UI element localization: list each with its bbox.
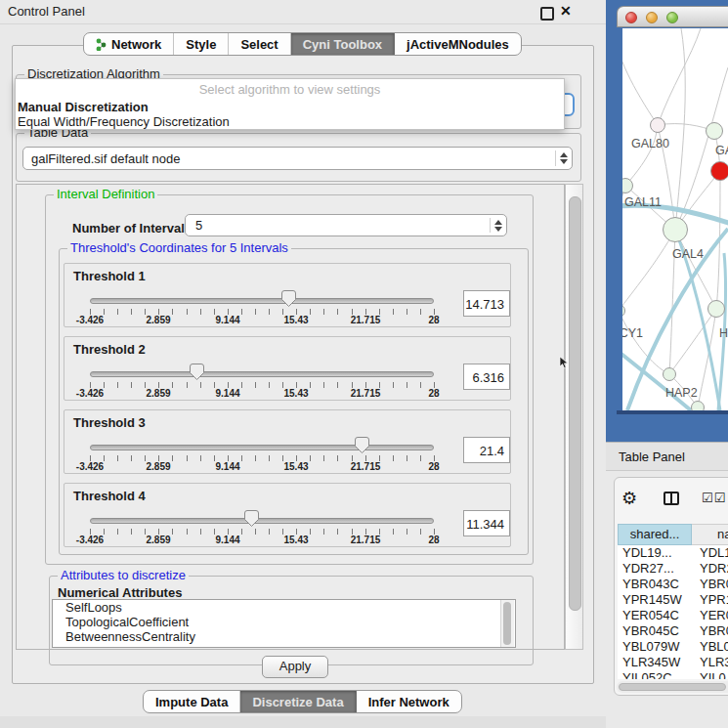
numerical-attributes-label: Numerical Attributes bbox=[58, 585, 182, 600]
control-panel-titlebar: Control Panel ✕ bbox=[0, 0, 606, 24]
threshold-2-value[interactable]: 6.316 bbox=[463, 364, 510, 390]
threshold-3-panel: Threshold 3 -3.4262.8599.14415.4321.7152… bbox=[64, 409, 511, 474]
mouse-cursor bbox=[559, 356, 569, 369]
table-row[interactable]: YDR27...YDR2 bbox=[618, 561, 728, 577]
tab-discretize-data[interactable]: Discretize Data bbox=[240, 691, 356, 712]
tab-cyni-toolbox[interactable]: Cyni Toolbox bbox=[291, 33, 395, 55]
algorithm-dropdown-popup: Select algorithm to view settings Manual… bbox=[15, 78, 565, 130]
network-view-canvas[interactable]: GAL80GAGAL11GAL4GCY1HHAP2 bbox=[622, 28, 728, 410]
tab-infer-network[interactable]: Infer Network bbox=[357, 691, 461, 712]
gear-icon[interactable]: ⚙ bbox=[621, 488, 637, 509]
settings-viewport: Interval Definition Number of Intervals … bbox=[16, 184, 565, 650]
apply-button[interactable]: Apply bbox=[262, 656, 328, 678]
threshold-2-panel: Threshold 2 -3.4262.8599.14415.4321.7152… bbox=[64, 336, 511, 401]
column-header-shared-name[interactable]: shared... bbox=[618, 524, 692, 545]
window-close-button[interactable] bbox=[625, 12, 637, 23]
list-item[interactable]: SelfLoops bbox=[53, 600, 515, 615]
table-row[interactable]: YDL19...YDL1 bbox=[618, 545, 728, 561]
network-icon bbox=[96, 38, 107, 51]
window-zoom-button[interactable] bbox=[666, 12, 678, 23]
list-item[interactable]: BetweennessCentrality bbox=[53, 629, 515, 644]
network-node-label: H bbox=[719, 326, 728, 340]
dropdown-option-equal-width[interactable]: Equal Width/Frequency Discretization bbox=[16, 114, 564, 129]
threshold-3-value[interactable]: 21.4 bbox=[463, 437, 510, 463]
close-icon[interactable]: ✕ bbox=[560, 3, 572, 19]
table-horizontal-scrollbar[interactable] bbox=[617, 681, 728, 693]
scrollbar-thumb[interactable] bbox=[619, 683, 726, 691]
window-minimize-button[interactable] bbox=[646, 12, 658, 23]
slider-thumb[interactable] bbox=[281, 290, 296, 307]
tab-style[interactable]: Style bbox=[174, 33, 229, 55]
slider-thumb[interactable] bbox=[355, 437, 369, 453]
table-body: YDL19...YDL1 YDR27...YDR2 YBR043CYBR0 YP… bbox=[618, 545, 728, 679]
slider-track[interactable] bbox=[90, 298, 434, 304]
network-node-label: GAL11 bbox=[624, 195, 662, 209]
panel-title: Control Panel bbox=[8, 4, 85, 19]
split-view-icon[interactable] bbox=[664, 492, 679, 505]
number-of-intervals-label: Number of Intervals bbox=[72, 221, 192, 236]
network-node-label: GAL4 bbox=[672, 247, 704, 261]
table-row[interactable]: YBR045CYBR0 bbox=[618, 623, 728, 639]
table-data-combo[interactable]: galFiltered.sif default node bbox=[22, 147, 573, 170]
tab-select[interactable]: Select bbox=[229, 33, 290, 55]
threshold-4-value[interactable]: 11.344 bbox=[463, 510, 510, 536]
table-row[interactable]: YLR345WYLR3 bbox=[618, 655, 728, 670]
scrollbar-thumb[interactable] bbox=[569, 196, 581, 611]
table-panel-titlebar[interactable]: Table Panel bbox=[606, 442, 728, 471]
network-node[interactable] bbox=[663, 367, 676, 381]
control-panel-tabbar: Network Style Select Cyni Toolbox jActiv… bbox=[83, 32, 522, 56]
network-node[interactable] bbox=[691, 401, 705, 410]
checkbox-icons[interactable]: ☑☑ bbox=[702, 491, 726, 505]
interval-definition-group: Interval Definition Number of Intervals … bbox=[45, 194, 534, 565]
tab-jactivemnodules[interactable]: jActiveMNodules bbox=[395, 33, 521, 55]
table-header: shared... na bbox=[618, 524, 728, 545]
threshold-4-panel: Threshold 4 -3.4262.8599.14415.4321.7152… bbox=[64, 483, 511, 547]
window-shadow bbox=[617, 410, 728, 414]
spinner-icon bbox=[490, 218, 506, 233]
slider-track[interactable] bbox=[90, 445, 434, 450]
table-row[interactable]: YBR043CYBR0 bbox=[618, 577, 728, 592]
cyni-mode-tabbar: Impute Data Discretize Data Infer Networ… bbox=[143, 690, 462, 713]
table-row[interactable]: YBL079WYBL0 bbox=[618, 639, 728, 655]
list-scrollbar[interactable] bbox=[500, 600, 514, 647]
group-title: Threshold's Coordinates for 5 Intervals bbox=[67, 241, 291, 255]
table-toolbar: ⚙ ☑☑ bbox=[615, 478, 728, 521]
thresholds-group: Threshold's Coordinates for 5 Intervals … bbox=[59, 248, 529, 555]
column-header-name[interactable]: na bbox=[692, 524, 728, 545]
numerical-attributes-list: SelfLoops TopologicalCoefficient Between… bbox=[52, 599, 516, 648]
slider-track[interactable] bbox=[90, 518, 434, 524]
table-panel-title: Table Panel bbox=[619, 450, 685, 464]
dropdown-option-manual[interactable]: Manual Discretization bbox=[16, 100, 564, 114]
number-of-intervals-combo[interactable]: 5 bbox=[185, 214, 507, 236]
tab-network[interactable]: Network bbox=[84, 33, 174, 55]
tab-impute-data[interactable]: Impute Data bbox=[144, 691, 240, 712]
group-title: Attributes to discretize bbox=[58, 569, 189, 582]
network-node-label: GCY1 bbox=[622, 326, 643, 340]
network-node-label: GAL80 bbox=[631, 137, 669, 150]
screenshot-root: Control Panel ✕ Network Style Select Cyn… bbox=[0, 0, 728, 728]
list-item[interactable]: TopologicalCoefficient bbox=[53, 615, 515, 629]
float-window-icon[interactable] bbox=[540, 7, 554, 21]
network-node-label: GA bbox=[715, 144, 728, 157]
network-node[interactable] bbox=[706, 122, 723, 140]
network-node-label: HAP2 bbox=[665, 386, 698, 400]
bottom-strip bbox=[0, 716, 606, 728]
table-row[interactable]: YPR145WYPR1 bbox=[618, 592, 728, 608]
network-node[interactable] bbox=[710, 161, 728, 181]
threshold-1-panel: Threshold 1 -3.4262.8599.14415.4321.7152… bbox=[64, 263, 511, 327]
threshold-1-value[interactable]: 14.713 bbox=[463, 290, 510, 317]
network-node[interactable] bbox=[650, 117, 665, 133]
network-node[interactable] bbox=[663, 217, 688, 242]
slider-thumb[interactable] bbox=[190, 364, 204, 380]
slider-thumb[interactable] bbox=[244, 510, 259, 527]
table-data-group: Table Data galFiltered.sif default node bbox=[16, 133, 581, 182]
table-row[interactable]: YER054CYER0 bbox=[618, 608, 728, 623]
table-panel: ⚙ ☑☑ shared... na YDL19...YDL1 YDR27...Y… bbox=[614, 477, 728, 696]
slider-track[interactable] bbox=[90, 371, 434, 377]
group-title: Interval Definition bbox=[54, 188, 157, 201]
spinner-icon bbox=[555, 150, 572, 165]
table-row[interactable]: YIL052CYIL0 bbox=[618, 670, 728, 679]
settings-scrollbar[interactable] bbox=[565, 184, 583, 650]
network-node[interactable] bbox=[707, 300, 725, 318]
dropdown-prompt: Select algorithm to view settings bbox=[16, 79, 564, 100]
